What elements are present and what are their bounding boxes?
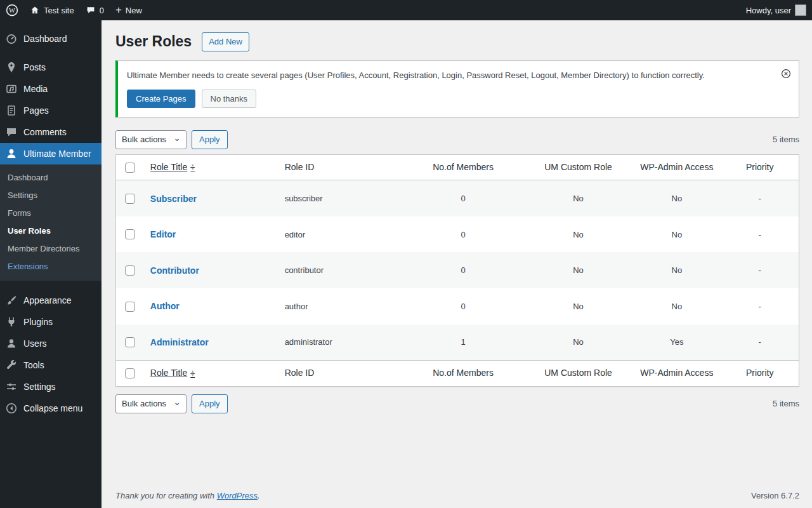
admin-bar: W Test site 0 + New Howdy, user	[0, 0, 812, 20]
submenu-item-member-directories[interactable]: Member Directories	[0, 240, 102, 258]
apply-button[interactable]: Apply	[192, 130, 228, 149]
dismiss-notice-button[interactable]	[780, 67, 792, 82]
page-title: User Roles	[115, 32, 192, 51]
admin-access-cell: No	[632, 180, 721, 217]
sidebar-item-dashboard[interactable]: Dashboard	[0, 28, 102, 50]
submenu-item-user-roles[interactable]: User Roles	[0, 222, 102, 240]
column-header-admin-access: WP-Admin Access	[632, 154, 721, 180]
submenu-item-dashboard[interactable]: Dashboard	[0, 169, 102, 187]
sidebar-item-posts[interactable]: Posts	[0, 57, 102, 78]
row-checkbox[interactable]	[125, 265, 135, 276]
bulk-actions-select[interactable]: Bulk actions	[115, 130, 187, 149]
avatar	[795, 4, 806, 16]
plus-icon: +	[115, 4, 122, 15]
role-title-link[interactable]: Author	[150, 301, 180, 311]
footer-thank-you-text: Thank you for creating with	[115, 491, 214, 500]
sidebar-item-label: Comments	[23, 126, 67, 138]
priority-cell: -	[721, 180, 799, 217]
apply-button[interactable]: Apply	[192, 394, 228, 413]
submenu-item-settings[interactable]: Settings	[0, 187, 102, 204]
create-pages-button[interactable]: Create Pages	[127, 90, 195, 108]
column-header-priority: Priority	[721, 154, 799, 180]
sidebar-item-appearance[interactable]: Appearance	[0, 290, 102, 311]
role-title-link[interactable]: Administrator	[150, 337, 209, 347]
dashboard-icon	[5, 32, 18, 45]
table-row: Author author 0 No No -	[116, 288, 799, 324]
sidebar-item-plugins[interactable]: Plugins	[0, 311, 102, 333]
sidebar-item-label: Ultimate Member	[23, 147, 91, 160]
column-header-role-id: Role ID	[278, 361, 403, 387]
sidebar-item-label: Appearance	[23, 294, 72, 307]
main-content: User Roles Add New Ultimate Member needs…	[102, 0, 812, 508]
sort-role-title-link[interactable]: Role Title ▲▼	[150, 161, 195, 174]
role-title-link[interactable]: Contributor	[150, 265, 199, 276]
select-all-checkbox[interactable]	[125, 368, 135, 378]
priority-cell: -	[721, 324, 799, 361]
footer: Thank you for creating with WordPress. V…	[102, 485, 812, 508]
notice-text: Ultimate Member needs to create several …	[127, 69, 771, 82]
bulk-actions-select[interactable]: Bulk actions	[115, 394, 187, 413]
row-checkbox[interactable]	[125, 194, 135, 204]
sidebar: Dashboard Posts Media Pages Comments Ult…	[0, 20, 102, 508]
custom-role-cell: No	[524, 217, 632, 253]
sidebar-item-tools[interactable]: Tools	[0, 354, 102, 376]
priority-cell: -	[721, 288, 799, 324]
collapse-menu-button[interactable]: Collapse menu	[0, 398, 102, 419]
footer-thank-you: Thank you for creating with WordPress.	[115, 491, 260, 500]
role-id-cell: subscriber	[278, 180, 403, 217]
row-checkbox[interactable]	[125, 302, 135, 312]
comments-icon	[5, 126, 18, 138]
priority-cell: -	[721, 252, 799, 288]
sort-arrows-icon: ▲▼	[190, 370, 195, 377]
table-row: Administrator administrator 1 No Yes -	[116, 324, 799, 361]
sort-role-title-link[interactable]: Role Title ▲▼	[150, 367, 195, 380]
submenu-item-forms[interactable]: Forms	[0, 204, 102, 222]
sidebar-item-comments[interactable]: Comments	[0, 121, 102, 143]
custom-role-cell: No	[524, 324, 632, 361]
sidebar-item-label: Settings	[23, 380, 56, 393]
menu-separator	[0, 50, 102, 57]
admin-access-cell: No	[632, 217, 721, 253]
footer-suffix: .	[258, 491, 260, 500]
site-name-label: Test site	[44, 6, 74, 15]
role-title-link[interactable]: Editor	[150, 229, 176, 239]
sidebar-item-media[interactable]: Media	[0, 78, 102, 100]
no-thanks-button[interactable]: No thanks	[202, 90, 257, 108]
members-cell: 0	[402, 217, 524, 253]
media-icon	[5, 83, 18, 95]
sidebar-item-label: Users	[23, 337, 47, 350]
site-name-link[interactable]: Test site	[24, 0, 80, 20]
sidebar-item-pages[interactable]: Pages	[0, 100, 102, 121]
wordpress-logo-icon[interactable]: W	[0, 0, 24, 20]
users-icon	[5, 337, 18, 350]
sidebar-item-ultimate-member[interactable]: Ultimate Member	[0, 143, 102, 164]
select-all-checkbox[interactable]	[125, 163, 135, 173]
column-header-priority: Priority	[721, 361, 799, 387]
user-roles-table: Role Title ▲▼ Role ID No.of Members UM C…	[115, 154, 799, 387]
row-checkbox[interactable]	[125, 229, 135, 239]
role-title-link[interactable]: Subscriber	[150, 194, 197, 204]
user-icon	[5, 147, 18, 160]
footer-version: Version 6.7.2	[751, 491, 799, 500]
column-header-label: Role Title	[150, 367, 187, 380]
custom-role-cell: No	[524, 288, 632, 324]
sidebar-item-settings[interactable]: Settings	[0, 376, 102, 398]
table-row: Editor editor 0 No No -	[116, 217, 799, 253]
comments-shortcut[interactable]: 0	[80, 0, 110, 20]
wordpress-link[interactable]: WordPress	[217, 491, 258, 500]
priority-cell: -	[721, 217, 799, 253]
comment-bubble-icon	[86, 5, 96, 15]
bulk-actions-select-wrap: Bulk actions	[115, 130, 187, 149]
sliders-icon	[5, 380, 18, 393]
account-menu[interactable]: Howdy, user	[740, 0, 812, 20]
admin-access-cell: No	[632, 288, 721, 324]
submenu-item-extensions[interactable]: Extensions	[0, 258, 102, 276]
row-checkbox[interactable]	[125, 337, 135, 347]
new-content-button[interactable]: + New	[110, 0, 148, 20]
content-wrap: User Roles Add New Ultimate Member needs…	[102, 20, 812, 413]
table-footer-row: Role Title ▲▼ Role ID No.of Members UM C…	[116, 361, 799, 387]
add-new-button[interactable]: Add New	[202, 32, 249, 51]
items-count: 5 items	[773, 135, 799, 144]
sidebar-item-label: Posts	[23, 61, 46, 74]
sidebar-item-users[interactable]: Users	[0, 333, 102, 354]
